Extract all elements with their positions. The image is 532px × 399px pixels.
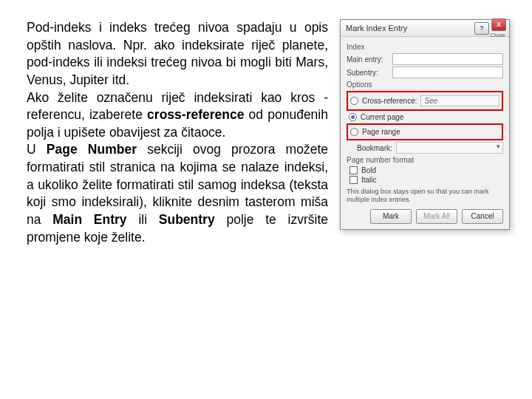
- bold-cross-reference: cross-reference: [147, 107, 244, 122]
- italic-checkbox[interactable]: [349, 176, 358, 184]
- body-text: Pod-indeks i indeks trećeg nivoa spadaju…: [27, 19, 328, 384]
- index-section-label: Index: [347, 43, 503, 51]
- cancel-button[interactable]: Cancel: [462, 209, 503, 224]
- current-page-radio[interactable]: [349, 113, 357, 121]
- close-button[interactable]: X: [491, 18, 506, 31]
- dialog-note: This dialog box stays open so that you c…: [347, 188, 503, 205]
- dialog-title: Mark Index Entry: [346, 24, 472, 33]
- bookmark-dropdown[interactable]: [396, 142, 503, 154]
- paragraph-3e: ili: [127, 212, 159, 227]
- bold-checkbox[interactable]: [349, 166, 358, 174]
- options-section-label: Options: [347, 81, 503, 89]
- paragraph-1: Pod-indeks i indeks trećeg nivoa spadaju…: [27, 20, 328, 87]
- paragraph-3a: U: [27, 142, 47, 157]
- page-range-radio[interactable]: [350, 128, 358, 136]
- highlight-page-range: Page range: [347, 123, 503, 140]
- bold-label: Bold: [361, 166, 376, 174]
- main-entry-field[interactable]: [392, 53, 503, 65]
- help-button[interactable]: ?: [474, 22, 489, 35]
- bold-page-number: Page Number: [47, 142, 137, 157]
- close-label: Close: [490, 32, 505, 38]
- bookmark-label: Bookmark:: [357, 144, 392, 152]
- cross-reference-label: Cross-reference:: [362, 97, 417, 105]
- page-format-label: Page number format: [347, 156, 503, 164]
- mark-index-entry-dialog: Mark Index Entry ? X Close Index Main en…: [340, 19, 510, 230]
- mark-button[interactable]: Mark: [370, 209, 412, 224]
- current-page-label: Current page: [361, 113, 403, 121]
- subentry-field[interactable]: [392, 66, 503, 78]
- bold-subentry: Subentry: [159, 212, 215, 227]
- cross-reference-radio[interactable]: [350, 97, 358, 105]
- highlight-cross-reference: Cross-reference: See: [347, 91, 503, 111]
- bold-main-entry: Main Entry: [52, 212, 126, 227]
- italic-label: Italic: [361, 176, 377, 184]
- cross-reference-field[interactable]: See: [420, 95, 499, 106]
- dialog-titlebar[interactable]: Mark Index Entry ? X Close: [341, 20, 509, 37]
- page-range-label: Page range: [362, 128, 400, 136]
- mark-all-button[interactable]: Mark All: [416, 209, 457, 224]
- subentry-label: Subentry:: [347, 69, 392, 77]
- main-entry-label: Main entry:: [347, 55, 392, 64]
